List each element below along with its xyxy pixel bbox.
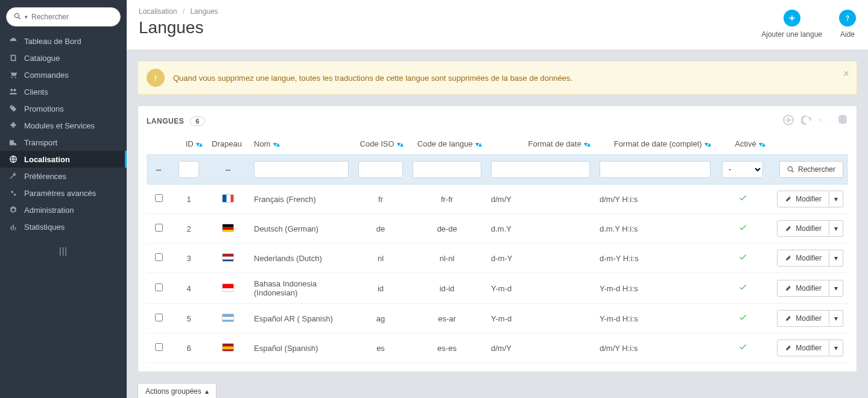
add-language-button[interactable]: Ajouter une langue: [761, 10, 822, 39]
col-header-name[interactable]: Nom: [254, 139, 270, 148]
enabled-check-icon[interactable]: [738, 344, 747, 353]
sidebar-item-label: Préférences: [24, 172, 66, 181]
edit-dropdown-button[interactable]: ▾: [829, 280, 843, 297]
svg-rect-24: [223, 317, 234, 320]
sidebar-collapse-icon[interactable]: |||: [0, 235, 127, 267]
truck-icon: [8, 137, 18, 147]
svg-point-11: [838, 115, 847, 119]
edit-dropdown-button[interactable]: ▾: [829, 191, 843, 207]
table-row[interactable]: 5Español AR ( Spanish)ages-arY-m-dY-m-d …: [147, 304, 848, 333]
col-header-date[interactable]: Format de date: [528, 139, 581, 148]
edit-button[interactable]: Modifier: [777, 220, 829, 237]
enabled-check-icon[interactable]: [738, 285, 747, 294]
sidebar-item-catalogue[interactable]: Catalogue: [0, 49, 127, 66]
search-input[interactable]: [31, 13, 113, 21]
table-row[interactable]: 6Español (Spanish)eses-esd/m/Yd/m/Y H:i:…: [147, 333, 848, 363]
table-row[interactable]: 1Français (French)frfr-frd/m/Yd/m/Y H:i:…: [147, 185, 848, 214]
dropdown-caret-icon[interactable]: ▾: [25, 14, 28, 20]
edit-dropdown-button[interactable]: ▾: [829, 220, 843, 237]
sidebar-item-promos[interactable]: Promotions: [0, 100, 127, 117]
table-row[interactable]: 2Deutsch (German)dede-ded.m.Yd.m.Y H:i:s…: [147, 214, 848, 244]
filter-datefull-input[interactable]: [600, 161, 711, 178]
edit-button[interactable]: Modifier: [777, 191, 829, 207]
global-search[interactable]: ▾: [6, 7, 121, 27]
cell-date: d/m/Y: [486, 333, 595, 363]
edit-button[interactable]: Modifier: [777, 280, 829, 297]
sort-icon[interactable]: ▾▴: [703, 140, 711, 148]
row-checkbox[interactable]: [155, 314, 163, 321]
pencil-icon: [785, 195, 792, 203]
enabled-check-icon[interactable]: [738, 315, 747, 324]
svg-point-2: [10, 89, 13, 91]
filter-iso-input[interactable]: [358, 161, 403, 178]
sidebar-item-localisation[interactable]: Localisation: [0, 151, 127, 168]
sort-icon[interactable]: ▾▴: [758, 140, 765, 148]
add-icon[interactable]: [783, 115, 794, 127]
col-header-iso[interactable]: Code ISO: [360, 139, 394, 148]
cell-id: 3: [171, 244, 207, 273]
table-row[interactable]: 3Nederlands (Dutch)nlnl-nld-m-Yd-m-Y H:i…: [147, 244, 848, 273]
sql-icon[interactable]: >_: [819, 115, 830, 127]
edit-button[interactable]: Modifier: [777, 250, 829, 267]
sidebar-item-clients[interactable]: Clients: [0, 83, 127, 100]
search-icon: [787, 166, 794, 173]
cell-langcode: es-ar: [408, 304, 486, 333]
sidebar-item-advanced[interactable]: Paramètres avancés: [0, 185, 127, 201]
caret-down-icon: ▾: [834, 314, 838, 323]
row-checkbox[interactable]: [155, 283, 163, 291]
bulk-actions-button[interactable]: Actions groupées ▴: [138, 383, 217, 398]
svg-rect-23: [223, 314, 234, 317]
col-header-langcode[interactable]: Code de langue: [417, 139, 473, 148]
col-header-date-full[interactable]: Format de date (complet): [614, 139, 702, 148]
export-icon[interactable]: [837, 115, 848, 127]
edit-dropdown-button[interactable]: ▾: [829, 250, 843, 267]
sidebar-item-preferences[interactable]: Préférences: [0, 168, 127, 185]
cell-iso: fr: [353, 185, 408, 214]
filter-search-button[interactable]: Rechercher: [779, 161, 843, 178]
refresh-icon[interactable]: [801, 115, 812, 127]
svg-rect-15: [223, 224, 234, 227]
filter-langcode-input[interactable]: [413, 161, 481, 178]
sort-icon[interactable]: ▾▴: [271, 140, 279, 148]
sidebar-item-modules[interactable]: Modules et Services: [0, 117, 127, 134]
sort-icon[interactable]: ▾▴: [195, 140, 202, 148]
edit-dropdown-button[interactable]: ▾: [829, 340, 843, 356]
sidebar-item-transport[interactable]: Transport: [0, 134, 127, 151]
row-checkbox[interactable]: [155, 253, 163, 261]
svg-rect-13: [227, 195, 231, 203]
filter-enabled-select[interactable]: -: [722, 161, 763, 178]
sidebar-item-dashboard[interactable]: Tableau de Bord: [0, 33, 127, 49]
col-header-id[interactable]: ID: [186, 139, 194, 148]
row-checkbox[interactable]: [155, 343, 163, 351]
edit-dropdown-button[interactable]: ▾: [829, 310, 843, 327]
enabled-check-icon[interactable]: [738, 225, 747, 234]
filter-name-input[interactable]: [254, 161, 349, 178]
sort-icon[interactable]: ▾▴: [583, 140, 590, 148]
sort-icon[interactable]: ▾▴: [474, 140, 481, 148]
search-icon: [14, 13, 21, 22]
sort-icon[interactable]: ▾▴: [396, 140, 403, 148]
enabled-check-icon[interactable]: [738, 254, 747, 264]
row-checkbox[interactable]: [155, 194, 163, 202]
languages-panel: LANGUES 6 >_: [138, 106, 857, 372]
chart-icon: [8, 222, 18, 232]
breadcrumb-leaf[interactable]: Langues: [190, 7, 218, 16]
svg-rect-22: [223, 288, 234, 292]
help-button[interactable]: Aide: [839, 10, 856, 39]
enabled-check-icon[interactable]: [738, 195, 747, 204]
cell-langcode: de-de: [408, 214, 486, 244]
sidebar-item-label: Statistiques: [24, 223, 65, 232]
col-header-enabled[interactable]: Activé: [735, 139, 756, 148]
sidebar-item-stats[interactable]: Statistiques: [0, 218, 127, 235]
alert-close-button[interactable]: ×: [843, 68, 849, 80]
sidebar-item-orders[interactable]: Commandes: [0, 66, 127, 83]
row-checkbox[interactable]: [155, 224, 163, 232]
filter-date-input[interactable]: [491, 161, 590, 178]
edit-button[interactable]: Modifier: [777, 340, 829, 356]
table-row[interactable]: 4Bahasa Indonesia (Indonesian)idid-idY-m…: [147, 273, 848, 304]
globe-icon: [8, 154, 18, 164]
breadcrumb-root[interactable]: Localisation: [139, 7, 177, 16]
filter-id-input[interactable]: [179, 161, 199, 178]
sidebar-item-admin[interactable]: Administration: [0, 201, 127, 218]
edit-button[interactable]: Modifier: [777, 310, 829, 327]
